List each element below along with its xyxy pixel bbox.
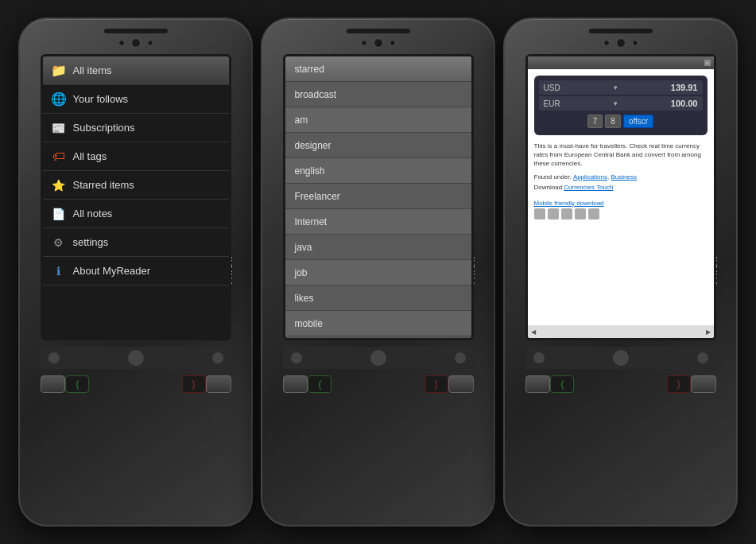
- menu-item-all-tags[interactable]: 🏷 All tags: [43, 142, 229, 171]
- nav-center-icon-1[interactable]: [128, 350, 144, 366]
- soft-keys-3: ( ): [518, 375, 724, 393]
- share-icon-4[interactable]: [575, 208, 586, 220]
- left-soft-key-2[interactable]: [283, 375, 308, 393]
- close-button[interactable]: ×: [704, 60, 711, 66]
- front-camera-1: [131, 38, 141, 48]
- download-label: Download: [534, 184, 563, 191]
- call-red-icon-1: ): [183, 376, 205, 392]
- soft-keys-1: ( ): [33, 375, 239, 393]
- nav-center-icon-3[interactable]: [613, 350, 629, 366]
- browser-footer: ◀ ▶: [528, 325, 714, 338]
- tag-item-starred[interactable]: starred: [285, 56, 471, 82]
- screen-content-2: starredbroadcastamdesignerenglishFreelan…: [285, 56, 471, 338]
- phone-tags: NOKIA starredbroadcastamdesignerenglishF…: [261, 17, 495, 527]
- menu-icon-all-items: 📁: [51, 63, 67, 79]
- nav-forward-icon-2[interactable]: [455, 352, 466, 363]
- mobile-friendly-link[interactable]: Mobile friendly download: [534, 200, 604, 207]
- menu-item-all-notes[interactable]: 📄 All notes: [43, 200, 229, 228]
- btn-offscr[interactable]: offscr: [623, 115, 653, 128]
- forward-arrow[interactable]: ▶: [706, 328, 711, 336]
- nav-bar-1: [41, 347, 231, 369]
- call-green-3[interactable]: (: [550, 375, 574, 393]
- menu-item-settings[interactable]: ⚙ settings: [43, 228, 229, 257]
- nav-bar-3: [525, 347, 716, 369]
- menu-item-about[interactable]: ℹ About MyReader: [43, 257, 229, 286]
- phone-top-2: [262, 19, 494, 54]
- right-soft-key-1[interactable]: [206, 375, 231, 393]
- eur-label: EUR: [544, 99, 560, 108]
- menu-icon-subscriptions: 📰: [51, 120, 67, 136]
- tag-item-broadcast[interactable]: broadcast: [285, 82, 471, 107]
- tag-item-likes[interactable]: likes: [285, 286, 471, 311]
- tag-item-Freelancer[interactable]: Freelancer: [285, 184, 471, 209]
- usd-label: USD: [544, 84, 560, 92]
- found-link-applications[interactable]: Applications: [573, 173, 607, 181]
- menu-item-starred-items[interactable]: ⭐ Starred items: [43, 171, 229, 200]
- tag-label-starred: starred: [295, 64, 324, 75]
- tag-label-java: java: [295, 242, 312, 253]
- download-link[interactable]: Currencies Touch: [564, 184, 613, 191]
- nav-back-icon-1[interactable]: [48, 352, 60, 363]
- front-camera-2: [374, 38, 383, 48]
- call-green-2[interactable]: (: [308, 375, 331, 393]
- tag-item-english[interactable]: english: [285, 158, 471, 184]
- call-red-1[interactable]: ): [182, 375, 206, 393]
- tag-label-mobile: mobile: [295, 318, 323, 329]
- currency-buttons: 7 8 offscr: [539, 112, 703, 130]
- tag-item-mongodb[interactable]: mongodb: [285, 336, 471, 338]
- front-camera-3: [616, 38, 626, 48]
- browser-description: This is a must-have for travellers. Chec…: [534, 142, 708, 169]
- left-soft-key-3[interactable]: [525, 375, 551, 393]
- found-label: Found under:: [534, 173, 572, 181]
- tag-label-job: job: [295, 267, 308, 278]
- tag-item-Internet[interactable]: Internet: [285, 209, 471, 235]
- tag-item-java[interactable]: java: [285, 235, 471, 260]
- share-icon-1[interactable]: [534, 208, 545, 220]
- found-link-business[interactable]: Business: [611, 173, 636, 181]
- tag-item-am[interactable]: am: [285, 107, 471, 133]
- back-arrow[interactable]: ◀: [531, 328, 536, 336]
- tag-label-broadcast: broadcast: [295, 89, 337, 100]
- btn-7[interactable]: 7: [587, 115, 603, 128]
- menu-item-your-follows[interactable]: 🌐 Your follows: [43, 85, 229, 114]
- menu-label-all-tags: All tags: [73, 150, 107, 162]
- tags-list: starredbroadcastamdesignerenglishFreelan…: [285, 56, 471, 338]
- usd-dropdown-icon[interactable]: ▼: [612, 84, 618, 91]
- eur-dropdown-icon[interactable]: ▼: [612, 100, 618, 107]
- menu-item-all-items[interactable]: 📁 All items: [43, 56, 229, 85]
- menu-item-subscriptions[interactable]: 📰 Subscriptions: [43, 114, 229, 142]
- nav-center-icon-2[interactable]: [370, 350, 386, 366]
- share-icon-3[interactable]: [561, 208, 572, 220]
- share-icon-5[interactable]: [588, 208, 599, 220]
- call-green-icon-2: (: [308, 376, 331, 392]
- tag-label-Freelancer: Freelancer: [295, 191, 340, 202]
- share-icon-2[interactable]: [548, 208, 559, 220]
- camera-row-1: [36, 38, 235, 48]
- tag-item-mobile[interactable]: mobile: [285, 311, 471, 336]
- screen-bezel-2: starredbroadcastamdesignerenglishFreelan…: [283, 54, 474, 340]
- menu-icon-all-notes: 📄: [51, 206, 67, 222]
- camera-dot-2: [147, 40, 153, 46]
- nav-back-icon-2[interactable]: [291, 352, 302, 363]
- camera-dot-5: [603, 40, 610, 46]
- right-soft-key-2[interactable]: [448, 375, 474, 393]
- nav-back-icon-3[interactable]: [533, 352, 545, 363]
- left-soft-key-1[interactable]: [41, 375, 66, 393]
- tag-label-designer: designer: [295, 140, 331, 151]
- call-red-3[interactable]: ): [667, 375, 691, 393]
- eur-row: EUR ▼ 100.00: [539, 96, 703, 111]
- phone-menu: NOKIA 📁 All items 🌐 Your follows 📰 Subsc…: [18, 17, 253, 527]
- right-soft-key-3[interactable]: [691, 375, 716, 393]
- menu-icon-settings: ⚙: [51, 235, 67, 251]
- browser-download-row: Download Currencies Touch: [534, 184, 708, 191]
- tag-item-designer[interactable]: designer: [285, 133, 471, 158]
- nav-forward-icon-3[interactable]: [697, 352, 708, 363]
- tag-item-job[interactable]: job: [285, 260, 471, 286]
- call-red-icon-2: ): [425, 376, 448, 392]
- call-green-1[interactable]: (: [65, 375, 89, 393]
- call-red-2[interactable]: ): [425, 375, 448, 393]
- nav-forward-icon-1[interactable]: [212, 352, 223, 363]
- call-green-icon-1: (: [66, 376, 88, 392]
- phones-container: NOKIA 📁 All items 🌐 Your follows 📰 Subsc…: [18, 17, 738, 527]
- btn-8[interactable]: 8: [605, 115, 621, 128]
